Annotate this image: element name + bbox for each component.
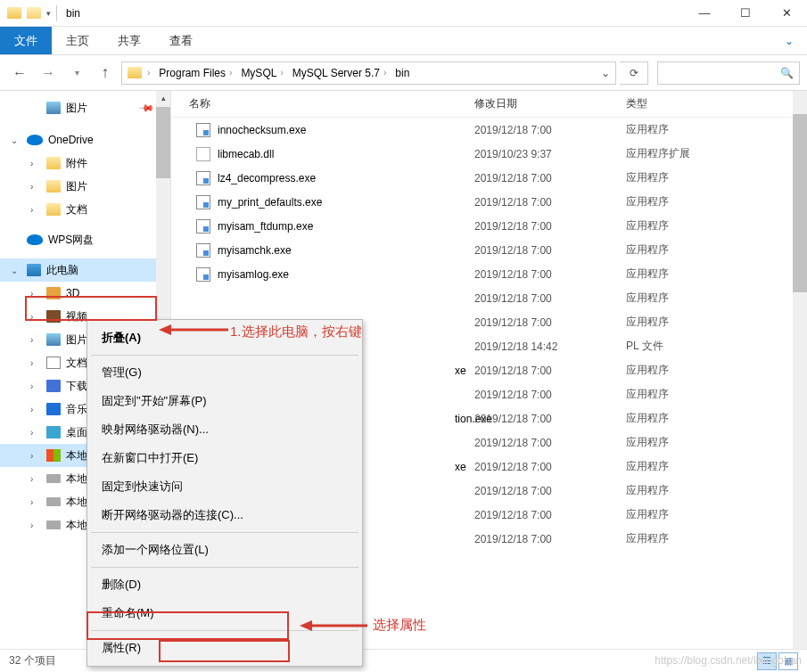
watermark: https://blog.csdn.net/lixingohan: [655, 654, 802, 667]
expand-icon[interactable]: ⌄: [11, 135, 21, 145]
file-type: 应用程序: [626, 483, 669, 498]
sidebar-item-label: 本地: [66, 518, 87, 533]
breadcrumb[interactable]: MySQL Server 5.7›: [289, 67, 391, 79]
file-type: 应用程序: [626, 315, 669, 330]
table-row[interactable]: lz4_decompress.exe2019/12/18 7:00应用程序: [171, 166, 807, 190]
folder-icon[interactable]: [27, 7, 41, 19]
sidebar-item-three[interactable]: ›3D: [0, 282, 170, 305]
context-menu-item[interactable]: 删除(D): [89, 570, 360, 599]
expand-icon[interactable]: ›: [30, 335, 41, 345]
context-menu-item[interactable]: 管理(G): [89, 358, 360, 387]
expand-icon[interactable]: ›: [30, 182, 41, 192]
file-icon: [196, 243, 210, 258]
file-type: 应用程序: [626, 122, 669, 137]
file-name: myisam_ftdump.exe: [218, 220, 313, 233]
file-type: 应用程序: [626, 170, 669, 185]
sidebar-item-pics2[interactable]: ›图片: [0, 175, 170, 198]
context-menu-item[interactable]: 在新窗口中打开(E): [89, 444, 360, 472]
ribbon-help-icon[interactable]: ⌄: [771, 27, 807, 54]
back-button[interactable]: ←: [7, 61, 32, 86]
qat-overflow-icon[interactable]: ▾: [46, 9, 51, 18]
expand-icon[interactable]: ›: [30, 428, 41, 438]
chevron-right-icon[interactable]: ›: [147, 68, 150, 78]
address-dropdown-icon[interactable]: ⌄: [596, 67, 615, 79]
scroll-up-icon[interactable]: ▴: [156, 91, 170, 105]
cloud-icon: [27, 135, 43, 145]
up-button[interactable]: ↑: [93, 61, 118, 86]
column-type[interactable]: 类型: [626, 96, 807, 111]
expand-icon[interactable]: ⌄: [11, 266, 21, 275]
context-menu-item[interactable]: 断开网络驱动器的连接(C)...: [89, 501, 360, 529]
tab-file[interactable]: 文件: [0, 27, 52, 54]
breadcrumb[interactable]: MySQL›: [237, 67, 286, 79]
tab-share[interactable]: 共享: [103, 27, 155, 54]
file-date: 2019/12/18 7:00: [474, 461, 626, 473]
breadcrumb[interactable]: Program Files›: [155, 67, 235, 79]
file-type: 应用程序: [626, 363, 669, 378]
table-row[interactable]: innochecksum.exe2019/12/18 7:00应用程序: [171, 118, 807, 142]
expand-icon[interactable]: ›: [30, 205, 41, 215]
context-menu-item[interactable]: 折叠(A): [89, 324, 360, 352]
file-date: 2019/12/18 7:00: [474, 172, 626, 184]
sidebar-item-label: 视频: [66, 309, 87, 324]
file-icon: [196, 219, 210, 234]
context-menu-item[interactable]: 固定到"开始"屏幕(P): [89, 387, 360, 415]
music-icon: [46, 403, 61, 415]
forward-button[interactable]: →: [36, 61, 61, 86]
column-name[interactable]: 名称: [189, 96, 474, 111]
scroll-thumb[interactable]: [156, 107, 170, 178]
sidebar-item-thispc[interactable]: ⌄此电脑: [0, 258, 170, 282]
recent-dropdown[interactable]: ▾: [64, 61, 89, 86]
tab-home[interactable]: 主页: [52, 27, 103, 54]
context-menu-item[interactable]: 映射网络驱动器(N)...: [89, 415, 360, 444]
table-row[interactable]: myisamlog.exe2019/12/18 7:00应用程序: [171, 262, 807, 286]
down-icon: [46, 380, 61, 392]
sidebar-item-docs[interactable]: ›文档: [0, 198, 170, 221]
breadcrumb[interactable]: bin: [391, 67, 413, 79]
table-row[interactable]: libmecab.dll2019/10/23 9:37应用程序扩展: [171, 142, 807, 166]
context-menu-item[interactable]: 固定到快速访问: [89, 472, 360, 501]
expand-icon[interactable]: ›: [30, 381, 41, 391]
scroll-thumb[interactable]: [793, 114, 807, 292]
refresh-button[interactable]: ⟳: [620, 61, 648, 85]
desk-icon: [46, 426, 61, 438]
nav-row: ← → ▾ ↑ › Program Files› MySQL› MySQL Se…: [0, 55, 807, 91]
sidebar-item-label: 附件: [66, 156, 87, 171]
minimize-button[interactable]: —: [684, 0, 725, 27]
sidebar-item-onedrive[interactable]: ⌄OneDrive: [0, 128, 170, 152]
expand-icon[interactable]: ›: [30, 289, 41, 299]
expand-icon[interactable]: ›: [30, 405, 41, 414]
menu-separator: [91, 567, 358, 568]
file-name: my_print_defaults.exe: [218, 196, 322, 209]
sidebar-item-label: 图片: [66, 179, 87, 194]
img-icon: [46, 102, 61, 114]
expand-icon[interactable]: ›: [30, 520, 41, 530]
table-row[interactable]: my_print_defaults.exe2019/12/18 7:00应用程序: [171, 190, 807, 214]
sidebar-item-label: 图片: [66, 101, 87, 116]
sidebar-item-label: 音乐: [66, 402, 87, 417]
context-menu-item[interactable]: 重命名(M): [89, 599, 360, 627]
table-row[interactable]: myisamchk.exe2019/12/18 7:00应用程序: [171, 238, 807, 262]
sidebar-item-pictures[interactable]: 图片📌: [0, 96, 170, 119]
sidebar-item-attach[interactable]: ›附件: [0, 152, 170, 175]
file-type: 应用程序: [626, 435, 669, 450]
tab-view[interactable]: 查看: [155, 27, 207, 54]
folder-icon: [46, 157, 61, 169]
sidebar-item-wps[interactable]: WPS网盘: [0, 228, 170, 251]
expand-icon[interactable]: ›: [30, 451, 41, 461]
table-row[interactable]: myisam_ftdump.exe2019/12/18 7:00应用程序: [171, 214, 807, 238]
close-button[interactable]: ✕: [766, 0, 807, 27]
address-bar[interactable]: › Program Files› MySQL› MySQL Server 5.7…: [121, 61, 616, 85]
expand-icon[interactable]: ›: [30, 474, 41, 484]
context-menu-item[interactable]: 添加一个网络位置(L): [89, 536, 360, 564]
drive-icon: [46, 474, 61, 483]
maximize-button[interactable]: ☐: [725, 0, 766, 27]
expand-icon[interactable]: ›: [30, 312, 41, 322]
column-date[interactable]: 修改日期: [474, 96, 626, 111]
expand-icon[interactable]: ›: [30, 497, 41, 507]
search-input[interactable]: 🔍: [657, 61, 800, 85]
expand-icon[interactable]: ›: [30, 358, 41, 368]
context-menu-item[interactable]: 属性(R): [89, 634, 360, 662]
table-row[interactable]: 2019/12/18 7:00应用程序: [171, 286, 807, 310]
expand-icon[interactable]: ›: [30, 159, 41, 168]
